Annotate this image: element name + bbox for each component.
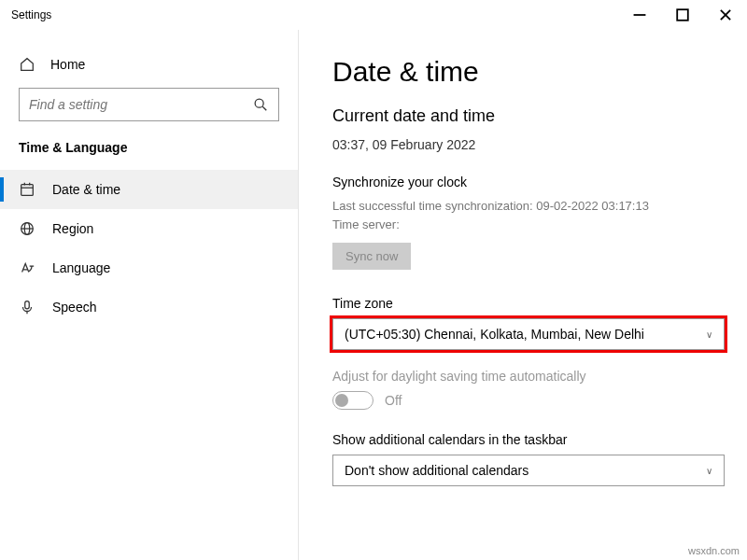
dst-toggle-row: Off [332, 391, 713, 410]
search-input[interactable] [19, 88, 279, 121]
timezone-label: Time zone [332, 296, 713, 311]
close-button[interactable] [704, 0, 747, 30]
timezone-dropdown[interactable]: (UTC+05:30) Chennai, Kolkata, Mumbai, Ne… [332, 318, 725, 350]
calendar-clock-icon [19, 181, 35, 198]
minimize-button[interactable] [618, 0, 661, 30]
chevron-down-icon: ∨ [706, 329, 712, 340]
sync-section-label: Synchronize your clock [332, 175, 713, 189]
sync-server: Time server: [332, 216, 713, 234]
main-content: Date & time Current date and time 03:37,… [299, 30, 747, 560]
sync-info: Last successful time synchronization: 09… [332, 197, 713, 233]
section-header: Time & Language [0, 140, 298, 170]
language-icon [19, 259, 35, 276]
search-field[interactable] [29, 97, 252, 112]
watermark: wsxdn.com [688, 545, 740, 556]
home-nav[interactable]: Home [0, 49, 298, 88]
svg-rect-13 [25, 301, 30, 309]
window-title: Settings [11, 8, 51, 21]
sidebar-item-label: Region [52, 221, 93, 236]
sidebar-item-speech[interactable]: Speech [0, 287, 298, 327]
sidebar: Home Time & Language Date & time Region … [0, 30, 299, 560]
dst-state: Off [385, 393, 402, 408]
calendars-value: Don't show additional calendars [345, 463, 529, 478]
sidebar-item-date-time[interactable]: Date & time [0, 170, 298, 209]
sync-now-button[interactable]: Sync now [332, 243, 411, 270]
microphone-icon [19, 299, 35, 315]
dst-label: Adjust for daylight saving time automati… [332, 369, 713, 384]
maximize-button[interactable] [661, 0, 704, 30]
sidebar-item-label: Speech [52, 300, 96, 315]
svg-point-4 [255, 99, 263, 107]
dst-toggle[interactable] [332, 391, 374, 410]
globe-icon [19, 220, 35, 237]
chevron-down-icon: ∨ [706, 466, 712, 476]
search-icon [252, 96, 269, 113]
sidebar-item-label: Language [52, 260, 110, 275]
current-datetime-label: Current date and time [332, 106, 713, 126]
timezone-value: (UTC+05:30) Chennai, Kolkata, Mumbai, Ne… [345, 327, 644, 342]
svg-rect-6 [21, 185, 34, 196]
svg-rect-1 [677, 9, 688, 21]
sidebar-item-label: Date & time [52, 182, 120, 197]
sidebar-item-language[interactable]: Language [0, 248, 298, 287]
home-label: Home [50, 57, 85, 72]
calendars-label: Show additional calendars in the taskbar [332, 432, 713, 447]
titlebar: Settings [0, 0, 747, 30]
sync-last-success: Last successful time synchronization: 09… [332, 197, 713, 216]
current-datetime-value: 03:37, 09 February 2022 [332, 137, 713, 152]
calendars-dropdown[interactable]: Don't show additional calendars ∨ [332, 455, 725, 486]
page-title: Date & time [332, 56, 713, 88]
sidebar-item-region[interactable]: Region [0, 209, 298, 248]
svg-line-5 [262, 106, 266, 110]
home-icon [19, 56, 35, 73]
